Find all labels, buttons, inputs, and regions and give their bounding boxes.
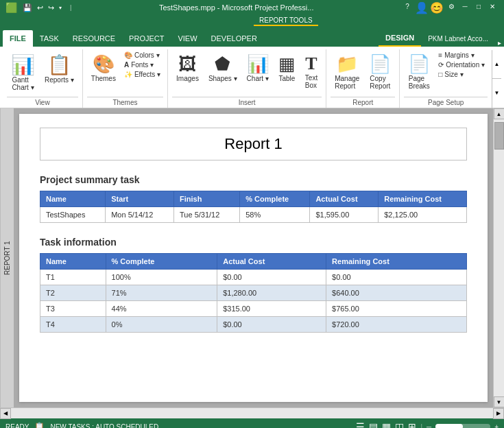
zoom-in-btn[interactable]: + <box>494 423 499 429</box>
col-remaining-cost: Remaining Cost <box>379 191 467 207</box>
tab-account[interactable]: PKM Labnet Acco... <box>421 30 495 47</box>
window-controls: ? 👤 😊 ⚙ ─ □ ✕ <box>401 1 499 14</box>
scroll-down-btn[interactable]: ▼ <box>492 79 501 108</box>
tabs-container: REPORT TOOLS FILE TASK RESOURCE PROJECT … <box>0 15 504 47</box>
colors-btn[interactable]: 🎨 Colors ▾ <box>121 51 163 60</box>
gantt-chart-icon: 📊 <box>11 54 35 76</box>
emoji-icon: 😊 <box>430 1 444 14</box>
shapes-btn[interactable]: ⬟ Shapes ▾ <box>204 51 241 85</box>
ribbon-scroll-btns: ▲ ▼ <box>492 50 501 108</box>
tab-developer[interactable]: DEVELOPER <box>204 30 264 47</box>
ribbon-group-view: 📊 GanttChart ▾ 📋 Reports ▾ View <box>3 49 83 108</box>
chart-icon: 📊 <box>247 54 269 75</box>
ribbon-scroll: ▲ ▼ <box>492 49 501 108</box>
help-btn[interactable]: ? <box>401 1 413 12</box>
cell-actual: $0.00 <box>217 270 326 285</box>
scroll-up-btn[interactable]: ▲ <box>494 108 505 119</box>
margins-btn[interactable]: ≡ Margins ▾ <box>435 51 488 60</box>
chart-btn[interactable]: 📊 Chart ▾ <box>243 51 273 85</box>
chart-label: Chart ▾ <box>247 75 269 82</box>
tab-resource[interactable]: RESOURCE <box>66 30 122 47</box>
fonts-icon: A <box>124 61 129 69</box>
size-btn[interactable]: □ Size ▾ <box>435 70 488 79</box>
orientation-icon: ⟳ <box>438 61 444 69</box>
status-bar: READY 📋 NEW TASKS : AUTO SCHEDULED ☰ ▤ ▦… <box>0 418 504 428</box>
tab-project[interactable]: PROJECT <box>122 30 171 47</box>
colors-label: Colors ▾ <box>134 51 160 59</box>
main-area: REPORT 1 Report 1 Project summary task N… <box>0 108 504 407</box>
copy-report-btn[interactable]: 📄 CopyReport <box>365 51 395 93</box>
hscroll-right-btn[interactable]: ▶ <box>493 408 504 419</box>
table-btn[interactable]: ▦ Table <box>274 51 300 85</box>
scroll-up-btn[interactable]: ▲ <box>492 50 501 80</box>
gantt-chart-btn[interactable]: 📊 GanttChart ▾ <box>7 51 39 94</box>
maximize-btn[interactable]: □ <box>472 1 485 12</box>
view-group-label: View <box>7 97 78 108</box>
effects-icon: ✨ <box>124 71 132 78</box>
fonts-btn[interactable]: A Fonts ▾ <box>121 60 163 69</box>
themes-btn[interactable]: 🎨 Themes <box>87 51 120 85</box>
insert-group-label: Insert <box>172 97 322 108</box>
cell-remaining: $640.00 <box>326 285 467 301</box>
view-normal-btn[interactable]: ☰ <box>356 421 365 428</box>
images-icon: 🖼 <box>178 54 196 75</box>
settings-btn[interactable]: ⚙ <box>445 1 457 12</box>
col-name: Name <box>40 254 106 270</box>
view-gantt-btn[interactable]: ⊞ <box>408 421 416 428</box>
orientation-btn[interactable]: ⟳ Orientation ▾ <box>435 60 488 69</box>
minimize-btn[interactable]: ─ <box>459 1 471 12</box>
tabs-strip: FILE TASK RESOURCE PROJECT VIEW DEVELOPE… <box>0 27 504 47</box>
page-breaks-label: PageBreaks <box>409 75 430 90</box>
page-breaks-btn[interactable]: 📄 PageBreaks <box>404 51 434 93</box>
images-btn[interactable]: 🖼 Images <box>172 51 203 85</box>
scroll-down-btn[interactable]: ▼ <box>494 396 505 407</box>
tab-design[interactable]: DESIGN <box>379 30 421 47</box>
close-btn[interactable]: ✕ <box>486 1 499 12</box>
hscroll-left-btn[interactable]: ◀ <box>0 408 11 419</box>
tab-file[interactable]: FILE <box>3 30 33 47</box>
dropdown-btn[interactable]: ▾ <box>58 4 63 12</box>
table-row: T3 44% $315.00 $765.00 <box>40 301 467 317</box>
horizontal-scrollbar: ◀ ▶ <box>0 407 504 418</box>
text-box-btn[interactable]: T TextBox <box>301 51 322 92</box>
ribbon-group-page-setup: 📄 PageBreaks ≡ Margins ▾ ⟳ Orientation ▾… <box>400 49 492 108</box>
margins-icon: ≡ <box>438 51 442 59</box>
cell-actual: $0.00 <box>217 317 326 333</box>
margins-label: Margins ▾ <box>444 51 474 59</box>
size-icon: □ <box>438 71 442 78</box>
hscroll-track <box>11 408 493 418</box>
manage-report-btn[interactable]: 📁 ManageReport <box>331 51 363 93</box>
cell-remaining: $2,125.00 <box>379 207 467 223</box>
report-tools-strip: REPORT TOOLS <box>0 15 504 27</box>
tab-task[interactable]: TASK <box>33 30 66 47</box>
view-list-btn[interactable]: ▤ <box>369 421 378 428</box>
zoom-slider[interactable] <box>435 424 490 428</box>
scroll-right-btn[interactable]: ▸ <box>495 39 504 47</box>
report-title: Report 1 <box>40 128 467 160</box>
ribbon-group-insert: 🖼 Images ⬟ Shapes ▾ 📊 Chart ▾ ▦ Table T … <box>168 49 326 108</box>
zoom-out-btn[interactable]: ─ <box>427 423 431 429</box>
table-label: Table <box>278 75 295 82</box>
table-row: T1 100% $0.00 $0.00 <box>40 270 467 285</box>
tab-view[interactable]: VIEW <box>171 30 204 47</box>
project-summary-table: Name Start Finish % Complete Actual Cost… <box>40 191 467 223</box>
view-grid-btn[interactable]: ▦ <box>382 421 391 428</box>
task-mode-icon: 📋 <box>34 422 45 428</box>
view-split-btn[interactable]: ◫ <box>395 421 404 428</box>
themes-label: Themes <box>91 75 116 82</box>
undo-btn[interactable]: ↩ <box>36 3 45 13</box>
cell-task-name: T4 <box>40 317 106 333</box>
redo-btn[interactable]: ↪ <box>47 3 56 13</box>
reports-btn[interactable]: 📋 Reports ▾ <box>40 51 78 86</box>
save-quick-btn[interactable]: 💾 <box>21 3 34 13</box>
report-group-content: 📁 ManageReport 📄 CopyReport <box>331 49 395 97</box>
col-actual-cost: Actual Cost <box>217 254 326 270</box>
colors-icon: 🎨 <box>124 51 132 59</box>
col-actual-cost: Actual Cost <box>310 191 379 207</box>
cell-pct: 44% <box>106 301 217 317</box>
effects-btn[interactable]: ✨ Effects ▾ <box>121 70 163 79</box>
reports-label: Reports ▾ <box>45 76 74 84</box>
scroll-track <box>494 119 504 396</box>
images-label: Images <box>176 75 199 82</box>
scroll-thumb[interactable] <box>494 122 504 150</box>
